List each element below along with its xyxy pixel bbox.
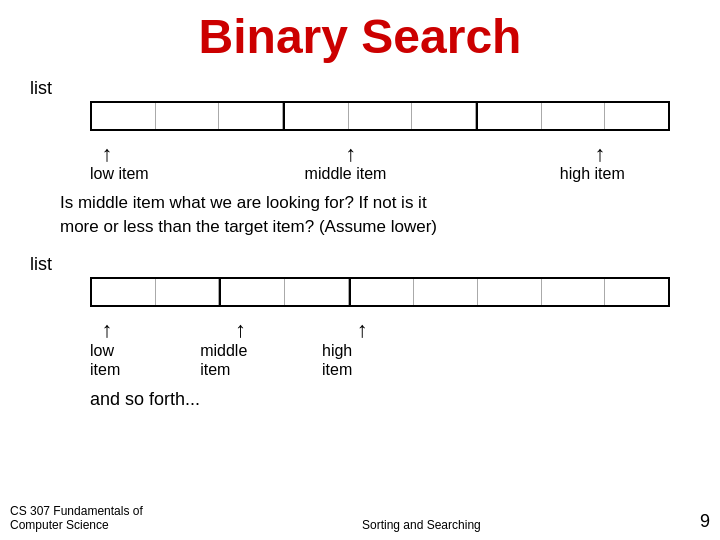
diagram1-section: list ↑ ↑ ↑ low item middle item high ite… (30, 78, 690, 240)
arrow-middle-2: ↑ (235, 319, 246, 341)
footer-left: CS 307 Fundamentals of Computer Science (10, 504, 143, 532)
list-label-2: list (30, 254, 690, 275)
arrow-low-1: ↑ (102, 143, 113, 165)
label-middle-2: middleitem (200, 341, 247, 379)
array-box-1 (90, 101, 670, 137)
description-1: Is middle item what we are looking for? … (60, 191, 690, 240)
array-box-2 (90, 277, 670, 313)
arrow-high-2: ↑ (357, 319, 368, 341)
label-low-1: low item (90, 165, 149, 183)
list-label-1: list (30, 78, 690, 99)
page-number: 9 (700, 511, 710, 532)
labels-row-1: low item middle item high item (90, 165, 670, 187)
arrows-row-1: ↑ ↑ ↑ (90, 137, 670, 165)
label-high-1: high item (560, 165, 625, 183)
arrow-high-1: ↑ (595, 143, 606, 165)
and-so-forth: and so forth... (90, 389, 690, 410)
label-high-2: highitem (322, 341, 352, 379)
footer: CS 307 Fundamentals of Computer Science … (0, 504, 720, 532)
label-low-2: lowitem (90, 341, 120, 379)
arrow-middle-1: ↑ (345, 143, 356, 165)
diagram2-section: list ↑ ↑ ↑ lowitem middleitem highitem a… (30, 254, 690, 410)
labels-row-2: lowitem middleitem highitem (90, 341, 670, 385)
arrows-row-2: ↑ ↑ ↑ (90, 313, 670, 341)
footer-center: Sorting and Searching (362, 518, 481, 532)
page-title: Binary Search (0, 0, 720, 66)
label-middle-1: middle item (305, 165, 387, 183)
arrow-low-2: ↑ (102, 319, 113, 341)
